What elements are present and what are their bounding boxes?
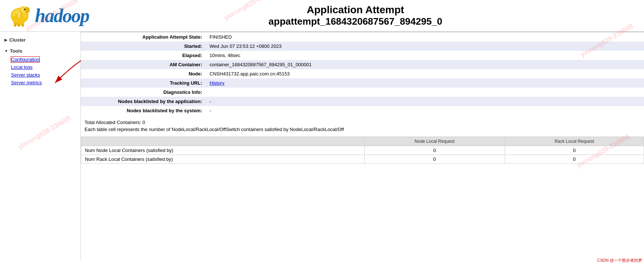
sidebar-item-configuration[interactable]: Configuration	[7, 56, 80, 63]
tools-section-header[interactable]: ▼ Tools	[0, 46, 80, 56]
cluster-arrow-icon: ▶	[4, 38, 7, 42]
data-row-rack-0: 0	[505, 146, 644, 155]
server-stacks-link[interactable]: Server stacks	[11, 72, 40, 78]
tools-label: Tools	[10, 48, 22, 54]
svg-rect-7	[14, 23, 17, 26]
info-value-5[interactable]: History	[206, 78, 644, 88]
data-row-label-1: Num Rack Local Containers (satisfied by)	[81, 155, 365, 164]
sidebar: ▶ Cluster ▼ Tools Configuration Local lo…	[0, 32, 81, 260]
info-value-4: CNSH431732.app.paic.com.cn:45153	[206, 69, 644, 78]
svg-point-4	[25, 7, 30, 13]
data-row-node-1: 0	[364, 155, 505, 164]
info-value-2: 10mins, 48sec	[206, 51, 644, 60]
info-value-1: Wed Jun 07 23:53:12 +0800 2023	[206, 42, 644, 51]
content-area: Application Attempt State:FINISHEDStarte…	[81, 32, 644, 260]
info-value-7: -	[206, 97, 644, 106]
logo-text: hadoop	[35, 5, 89, 26]
logo-area: hadoop	[7, 4, 89, 28]
info-label-0: Application Attempt State:	[81, 32, 206, 42]
description-text: Each table cell represents the number of…	[85, 127, 640, 132]
info-label-6: Diagnostics Info:	[81, 88, 206, 97]
sidebar-section-cluster: ▶ Cluster	[0, 35, 80, 45]
info-label-3: AM Container:	[81, 60, 206, 69]
info-label-5: Tracking URL:	[81, 78, 206, 88]
sidebar-item-server-stacks[interactable]: Server stacks	[7, 71, 80, 79]
col-header-1: Node Local Request	[364, 137, 505, 146]
tools-items: Configuration Local logs Server stacks S…	[0, 56, 80, 86]
data-row-rack-1: 0	[505, 155, 644, 164]
info-value-6	[206, 88, 644, 97]
svg-rect-9	[21, 24, 24, 27]
header-title-area: Application Attempt appattempt_168432068…	[89, 4, 637, 27]
info-label-1: Started:	[81, 42, 206, 51]
tools-arrow-icon: ▼	[4, 49, 8, 53]
local-logs-link[interactable]: Local logs	[11, 64, 33, 70]
page-title-sub: appattempt_1684320687567_894295_0	[89, 16, 622, 27]
data-row-label-0: Num Node Local Containers (satisfied by)	[81, 146, 365, 155]
info-value-0: FINISHED	[206, 32, 644, 42]
svg-rect-8	[18, 24, 20, 27]
info-link-5[interactable]: History	[210, 80, 224, 86]
data-table: Node Local RequestRack Local Request Num…	[81, 137, 644, 164]
col-header-2: Rack Local Request	[505, 137, 644, 146]
total-containers-text: Total Allocated Containers: 0	[85, 120, 640, 125]
allocated-section: Total Allocated Containers: 0 Each table…	[81, 115, 644, 137]
info-label-4: Node:	[81, 69, 206, 78]
sidebar-item-server-metrics[interactable]: Server metrics	[7, 79, 80, 86]
info-value-3: container_1684320687567_894295_01_000001	[206, 60, 644, 69]
main-layout: ▶ Cluster ▼ Tools Configuration Local lo…	[0, 32, 644, 260]
configuration-link[interactable]: Configuration	[11, 57, 39, 62]
cluster-label: Cluster	[9, 37, 26, 43]
info-label-7: Nodes blacklisted by the application:	[81, 97, 206, 106]
info-label-2: Elapsed:	[81, 51, 206, 60]
col-header-0	[81, 137, 365, 146]
svg-point-5	[24, 9, 25, 10]
info-table: Application Attempt State:FINISHEDStarte…	[81, 32, 644, 115]
data-row-node-0: 0	[364, 146, 505, 155]
hadoop-elephant-icon	[7, 4, 33, 28]
info-value-8: -	[206, 106, 644, 115]
header: hadoop Application Attempt appattempt_16…	[0, 0, 644, 32]
server-metrics-link[interactable]: Server metrics	[11, 80, 42, 85]
sidebar-section-tools: ▼ Tools Configuration Local logs Server …	[0, 46, 80, 86]
sidebar-item-local-logs[interactable]: Local logs	[7, 63, 80, 71]
info-label-8: Nodes blacklisted by the system:	[81, 106, 206, 115]
csdn-badge: CSDN @一个散步者的梦	[597, 258, 642, 260]
cluster-section-header[interactable]: ▶ Cluster	[0, 35, 80, 45]
page-title-main: Application Attempt	[89, 4, 622, 16]
